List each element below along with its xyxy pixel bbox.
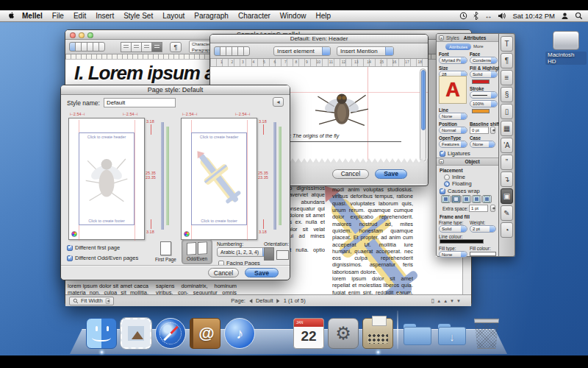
list-tool-icon[interactable]: ≡ bbox=[501, 70, 513, 85]
landscape-orientation-button[interactable] bbox=[276, 250, 289, 260]
extra-space-stepper[interactable] bbox=[490, 205, 495, 212]
paragraph-tool-icon[interactable]: ¶ bbox=[501, 53, 513, 68]
stroke-color-swatch[interactable] bbox=[472, 109, 490, 113]
paragraph-direction-button[interactable]: ¶ bbox=[170, 42, 182, 52]
page-thumb-icon[interactable]: ▯ bbox=[431, 297, 434, 304]
dock-trash[interactable] bbox=[471, 318, 502, 349]
scrollbar-thumb[interactable] bbox=[421, 70, 426, 130]
user-menu-icon[interactable] bbox=[561, 12, 569, 20]
portrait-orientation-button[interactable] bbox=[264, 247, 274, 261]
wrap-mode-button[interactable] bbox=[441, 195, 451, 203]
tab-styles[interactable]: Styles bbox=[446, 35, 459, 40]
insert-mention-dropdown[interactable]: Insert Mention bbox=[337, 46, 394, 56]
line-colour-swatch[interactable] bbox=[440, 239, 484, 244]
stroke-width-dropdown[interactable]: 100% bbox=[470, 100, 498, 107]
fill-colour-swatch[interactable] bbox=[470, 252, 496, 256]
section-tool-icon[interactable]: § bbox=[501, 87, 513, 102]
dock-addressbook[interactable]: @ bbox=[190, 318, 220, 349]
minimize-button[interactable] bbox=[79, 32, 85, 38]
dock-itunes[interactable]: ♪ bbox=[224, 318, 255, 349]
dock-downloads[interactable]: ↓ bbox=[437, 318, 467, 349]
header-extent-bar[interactable] bbox=[273, 122, 276, 230]
first-page-icon[interactable]: ▲ bbox=[437, 299, 441, 303]
color-wheel-icon[interactable] bbox=[184, 231, 190, 237]
click-create-header[interactable]: Click to create header bbox=[79, 135, 134, 139]
dock-folder[interactable] bbox=[402, 318, 433, 349]
volume-icon[interactable] bbox=[498, 12, 506, 20]
prev-page-icon[interactable]: ▲ bbox=[443, 299, 448, 303]
dock-safari[interactable] bbox=[155, 318, 186, 349]
click-create-footer[interactable]: Click to create footer bbox=[192, 219, 246, 223]
odd-even-button[interactable]: Odd/Even bbox=[182, 239, 212, 264]
menu-item[interactable]: File bbox=[52, 12, 64, 20]
close-icon[interactable]: × bbox=[439, 159, 444, 164]
dock-sysprefs[interactable]: ⚙ bbox=[328, 318, 359, 349]
zoom-control[interactable]: Fit Width bbox=[69, 297, 114, 305]
menu-item[interactable]: Style Set bbox=[123, 12, 153, 20]
frame-type-dropdown[interactable]: Solid bbox=[439, 225, 467, 233]
insert-segmented-control[interactable] bbox=[70, 42, 105, 52]
click-create-header[interactable]: Click to create header bbox=[192, 135, 246, 139]
dialog-titlebar[interactable]: Page style: Default bbox=[61, 85, 290, 95]
dock-mail[interactable] bbox=[121, 318, 151, 349]
quote-tool-icon[interactable]: ” bbox=[501, 155, 513, 170]
click-create-footer[interactable]: Click to create footer bbox=[79, 219, 134, 223]
causes-wrap-checkbox[interactable]: Causes wrap bbox=[440, 188, 480, 194]
menu-item[interactable]: Character bbox=[238, 12, 270, 20]
zoom-stepper[interactable] bbox=[105, 298, 110, 304]
dock-mellel[interactable] bbox=[362, 318, 393, 349]
dialog-action-button[interactable]: ◂ bbox=[273, 97, 284, 107]
close-icon[interactable]: × bbox=[439, 35, 444, 40]
save-button[interactable]: Save bbox=[245, 268, 279, 277]
text-area-frame[interactable]: Click to create header Click to create f… bbox=[191, 132, 247, 225]
flow-tool-icon[interactable]: ↴ bbox=[501, 171, 513, 187]
page-tool-icon[interactable]: ▯ bbox=[501, 104, 513, 119]
stroke-style-dropdown[interactable] bbox=[470, 91, 498, 99]
previous-page-icon[interactable] bbox=[249, 299, 252, 303]
menu-item[interactable]: Edit bbox=[74, 12, 86, 20]
wrap-mode-button[interactable] bbox=[472, 195, 481, 203]
color-wheel-icon[interactable] bbox=[71, 231, 77, 237]
cancel-button[interactable]: Cancel bbox=[332, 169, 369, 179]
extra-space-field[interactable]: 1 pt bbox=[469, 205, 488, 212]
header-window-titlebar[interactable]: Default: Even: Header bbox=[210, 35, 428, 43]
chart-tool-icon[interactable]: ◔ bbox=[501, 222, 513, 238]
numbering-dropdown[interactable]: Arabic (1, 2, 3, 4) bbox=[217, 247, 271, 257]
header-segmented-control[interactable] bbox=[215, 46, 250, 56]
line-dropdown[interactable]: None bbox=[439, 113, 467, 120]
next-page-icon[interactable] bbox=[277, 299, 280, 303]
page-style-name[interactable]: Default bbox=[256, 297, 273, 304]
alignment-segmented-control[interactable] bbox=[121, 42, 162, 52]
object-tool-icon[interactable]: ▣ bbox=[501, 188, 513, 204]
position-dropdown[interactable]: Normal bbox=[439, 127, 467, 134]
insert-element-dropdown[interactable]: Insert element bbox=[273, 46, 331, 56]
body-extent-bar[interactable] bbox=[166, 127, 169, 225]
menu-item[interactable]: Mellel bbox=[22, 12, 43, 20]
fill-type-dropdown[interactable]: None bbox=[439, 251, 467, 258]
close-button[interactable] bbox=[70, 32, 76, 38]
baseline-stepper[interactable] bbox=[490, 127, 495, 134]
zoom-button[interactable] bbox=[87, 32, 93, 38]
dock-separator[interactable] bbox=[397, 311, 398, 349]
font-dropdown[interactable]: Myriad Pro bbox=[439, 57, 467, 64]
inline-radio[interactable]: Inline bbox=[444, 174, 465, 180]
menu-bar-clock[interactable]: Sat 10:42 PM bbox=[512, 12, 555, 20]
menu-item[interactable]: Help bbox=[315, 12, 331, 20]
face-dropdown[interactable]: Condensed bbox=[470, 57, 498, 64]
weight-dropdown[interactable]: 2 pt bbox=[470, 225, 496, 233]
page-preview[interactable]: Click to create header Click to create f… bbox=[181, 118, 257, 240]
different-odd-even-checkbox[interactable]: Different Odd/Even pages bbox=[67, 255, 138, 261]
first-page-button[interactable]: First Page bbox=[155, 241, 176, 262]
wrap-mode-button[interactable] bbox=[462, 195, 471, 203]
displays-icon[interactable]: ↔ bbox=[484, 12, 492, 20]
table-tool-icon[interactable]: ▦ bbox=[501, 121, 513, 136]
fill-color-swatch[interactable] bbox=[472, 79, 490, 84]
header-scrollbar[interactable] bbox=[420, 68, 426, 162]
pen-tool-icon[interactable]: ✎ bbox=[501, 205, 513, 221]
cancel-button[interactable]: Cancel bbox=[208, 268, 239, 277]
time-machine-icon[interactable] bbox=[459, 12, 467, 20]
dock-iphoto[interactable] bbox=[259, 318, 290, 349]
dock-finder[interactable] bbox=[86, 318, 117, 349]
floating-radio[interactable]: Floating bbox=[444, 180, 472, 187]
save-button[interactable]: Save bbox=[375, 169, 407, 179]
